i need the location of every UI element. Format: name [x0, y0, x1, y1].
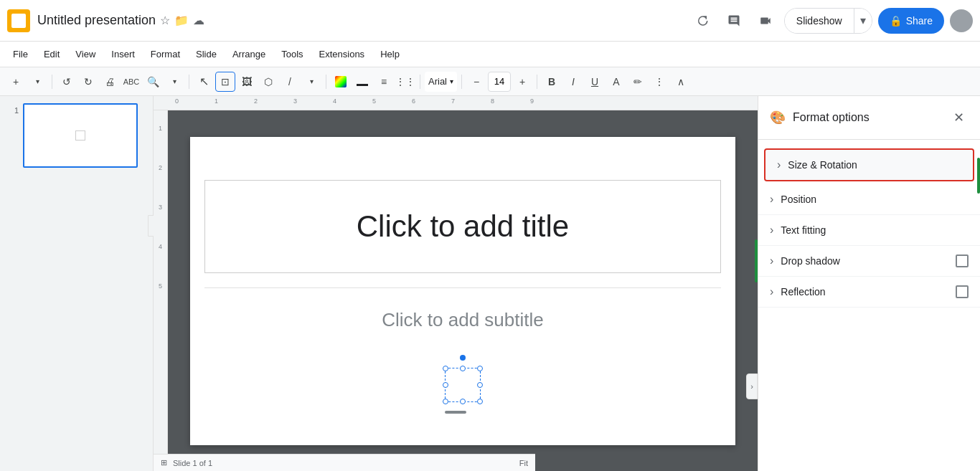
share-label: Share	[906, 15, 933, 27]
font-size-input[interactable]	[488, 72, 511, 92]
top-bar: Untitled presentation ☆ 📁 ☁ Slideshow ▾	[0, 0, 980, 42]
slide-thumbnail-1[interactable]: 1	[7, 103, 146, 168]
ruler-mark-4: 4	[333, 97, 372, 105]
handle-middle-right[interactable]	[477, 382, 483, 388]
handle-top-middle[interactable]	[460, 366, 466, 371]
menu-slide[interactable]: Slide	[189, 46, 224, 62]
border-color-button[interactable]	[352, 72, 372, 92]
slide-thumb-image[interactable]	[23, 103, 138, 168]
cloud-icon[interactable]: ☁	[193, 14, 204, 27]
handle-top-right[interactable]	[477, 366, 483, 371]
panel-close-button[interactable]: ✕	[948, 108, 969, 128]
collapse-panel-button[interactable]: ‹	[148, 215, 154, 237]
font-name-select[interactable]: Arial ▾	[425, 72, 457, 92]
share-button[interactable]: 🔒 Share	[878, 8, 944, 34]
doc-title-text[interactable]: Untitled presentation	[37, 13, 156, 28]
slideshow-button[interactable]: Slideshow ▾	[784, 8, 872, 34]
doc-title-icons: ☆ 📁 ☁	[160, 14, 204, 27]
bold-button[interactable]: B	[542, 72, 562, 92]
print-button[interactable]: 🖨	[100, 72, 120, 92]
reflection-checkbox[interactable]	[956, 285, 969, 298]
menu-format[interactable]: Format	[143, 46, 187, 62]
section-text-fitting[interactable]: › Text fitting	[758, 215, 980, 246]
cursor-tool[interactable]: ↖	[194, 72, 214, 92]
history-button[interactable]	[689, 8, 715, 34]
spellcheck-button[interactable]: ABC	[121, 72, 141, 92]
user-avatar[interactable]	[950, 9, 973, 32]
slide-number: 1	[7, 106, 19, 115]
zoom-dropdown[interactable]: ▾	[164, 72, 184, 92]
redo-button[interactable]: ↻	[78, 72, 98, 92]
slide-page[interactable]: Click to add title Click to add subtitle	[190, 137, 735, 445]
comment-button[interactable]	[721, 8, 747, 34]
image-tool[interactable]: 🖼	[237, 72, 257, 92]
add-dropdown[interactable]: ▾	[27, 72, 47, 92]
toolbar-sep-1	[52, 75, 52, 89]
menu-view[interactable]: View	[68, 46, 103, 62]
menu-arrange[interactable]: Arrange	[225, 46, 273, 62]
star-icon[interactable]: ☆	[160, 14, 170, 27]
toolbar: + ▾ ↺ ↻ 🖨 ABC 🔍 ▾ ↖ ⊡ 🖼 ⬡ / ▾ ≡ ⋮⋮ Arial…	[0, 67, 980, 96]
grid-icon[interactable]: ⊞	[161, 458, 167, 467]
slideshow-main-label[interactable]: Slideshow	[785, 9, 854, 33]
line-dropdown[interactable]: ▾	[301, 72, 321, 92]
slide-canvas[interactable]: Click to add title Click to add subtitle	[168, 110, 758, 471]
zoom-level[interactable]: Fit	[519, 459, 528, 467]
increase-font-button[interactable]: +	[512, 72, 532, 92]
menu-tools[interactable]: Tools	[274, 46, 310, 62]
add-button[interactable]: +	[6, 72, 26, 92]
folder-icon[interactable]: 📁	[174, 14, 189, 27]
collapse-right-panel-button[interactable]: ›	[746, 374, 758, 399]
slideshow-label: Slideshow	[796, 15, 842, 27]
zoom-button[interactable]: 🔍	[143, 72, 163, 92]
line-tool[interactable]: /	[280, 72, 300, 92]
handle-middle-left[interactable]	[443, 382, 448, 388]
handle-bottom-right[interactable]	[477, 399, 483, 404]
size-rotation-chevron: ›	[777, 158, 781, 171]
menu-extensions[interactable]: Extensions	[312, 46, 372, 62]
panel-scroll-indicator	[977, 158, 980, 194]
italic-button[interactable]: I	[563, 72, 583, 92]
slide-thumb-selected-box	[75, 130, 85, 141]
app-logo	[7, 9, 30, 32]
shape-tool[interactable]: ⬡	[258, 72, 278, 92]
menu-file[interactable]: File	[6, 46, 35, 62]
section-reflection[interactable]: › Reflection	[758, 277, 980, 308]
fill-color-button[interactable]	[331, 72, 351, 92]
present-button[interactable]	[753, 8, 778, 34]
canvas-area: 0 1 2 3 4 5 6 7 8 9 1 2 3 4 5	[154, 96, 758, 471]
slide-title-box[interactable]: Click to add title	[204, 180, 721, 273]
handle-bottom-middle[interactable]	[460, 399, 466, 404]
select-tool[interactable]: ⊡	[215, 72, 235, 92]
highlight-button[interactable]: ✏	[628, 72, 648, 92]
selected-text-box[interactable]	[445, 368, 481, 402]
section-drop-shadow[interactable]: › Drop shadow	[758, 246, 980, 277]
rotate-handle[interactable]	[460, 355, 466, 361]
handle-bottom-left[interactable]	[443, 399, 448, 404]
menu-edit[interactable]: Edit	[37, 46, 67, 62]
font-dropdown-icon: ▾	[450, 77, 453, 85]
font-color-button[interactable]: A	[606, 72, 626, 92]
doc-title-row: Untitled presentation ☆ 📁 ☁	[37, 13, 204, 28]
canvas-wrapper: 1 2 3 4 5 Click to add title Click to ad…	[154, 110, 758, 471]
slideshow-dropdown-arrow[interactable]: ▾	[854, 9, 872, 33]
undo-button[interactable]: ↺	[57, 72, 77, 92]
menu-help[interactable]: Help	[373, 46, 407, 62]
toolbar-sep-3	[326, 75, 326, 89]
section-position[interactable]: › Position	[758, 184, 980, 215]
align-button[interactable]: ≡	[374, 72, 394, 92]
menu-insert[interactable]: Insert	[104, 46, 142, 62]
handle-top-left[interactable]	[443, 366, 448, 371]
slide-subtitle-box[interactable]: Click to add subtitle	[204, 287, 721, 352]
ruler-h-marks: 0 1 2 3 4 5 6 7 8 9	[175, 97, 570, 105]
drop-shadow-checkbox[interactable]	[956, 254, 969, 267]
decrease-font-button[interactable]: −	[466, 72, 486, 92]
text-fitting-label: Text fitting	[781, 224, 969, 236]
section-size-rotation[interactable]: › Size & Rotation	[765, 150, 973, 180]
ruler-v-content: 1 2 3 4 5	[159, 118, 162, 322]
collapse-toolbar-button[interactable]: ∧	[671, 72, 691, 92]
more-options-button[interactable]: ⋮	[649, 72, 669, 92]
size-rotation-label: Size & Rotation	[788, 159, 961, 171]
underline-button[interactable]: U	[585, 72, 605, 92]
line-spacing-button[interactable]: ⋮⋮	[395, 72, 415, 92]
